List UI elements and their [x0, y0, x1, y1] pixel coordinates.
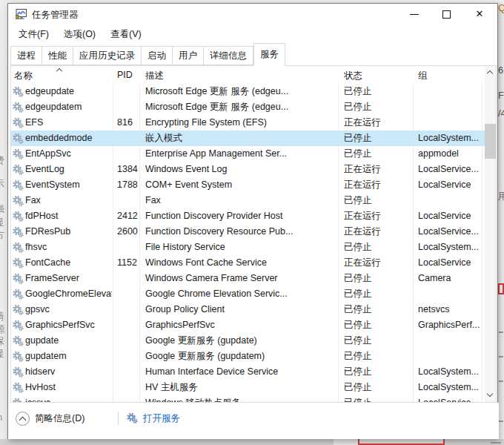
service-row-fdPHost[interactable]: fdPHost2412Function Discovery Provider H… — [11, 208, 485, 224]
background-glyph-fragment: 强 — [0, 204, 4, 214]
menu-item-0[interactable]: 文件(F) — [11, 26, 56, 42]
service-status: 已停止 — [344, 84, 411, 99]
service-row-FrameServer[interactable]: FrameServerWindows Camera Frame Server已停… — [11, 271, 485, 286]
details-toggle-button[interactable]: 简略信息(D) — [16, 410, 84, 426]
service-group: appmodel — [418, 146, 483, 162]
service-status: 正在运行 — [344, 255, 411, 271]
service-row-GraphicsPerfSvc[interactable]: GraphicsPerfSvcGraphicsPerfSvc已停止Graphic… — [11, 317, 485, 333]
close-icon: ✕ — [463, 4, 496, 24]
tab-4[interactable]: 用户 — [173, 46, 204, 65]
column-header-4[interactable]: 组 — [418, 70, 428, 82]
service-group: LocalService — [418, 177, 483, 193]
service-status: 正在运行 — [344, 208, 411, 224]
minimize-button[interactable] — [398, 4, 431, 24]
menu-item-2[interactable]: 查看(V) — [103, 26, 149, 42]
service-row-gupdatem[interactable]: gupdatemGoogle 更新服务 (gupdatem)已停止 — [11, 349, 485, 364]
service-name: gupdate — [25, 333, 112, 349]
service-row-EventSystem[interactable]: EventSystem1788COM+ Event System正在运行Loca… — [11, 177, 485, 193]
service-group: Camera — [418, 271, 483, 286]
tab-strip: 进程性能应用历史记录启动用户详细信息服务 — [10, 43, 497, 66]
scroll-up-button[interactable] — [485, 66, 496, 79]
service-description: Microsoft Edge 更新 服务 (edgeu... — [145, 99, 336, 115]
service-name: EFS — [25, 115, 112, 131]
background-glyph-fragment: 清 — [0, 312, 4, 321]
tab-6-active[interactable]: 服务 — [253, 43, 285, 66]
service-status: 已停止 — [344, 349, 411, 364]
open-services-label: 打开服务 — [143, 412, 180, 425]
window-controls: ✕ — [398, 4, 496, 24]
service-pid: 1788 — [117, 177, 144, 193]
column-header-1[interactable]: PID — [117, 70, 133, 80]
background-glyph-fragment: 保 — [0, 336, 4, 346]
service-row-edgeupdatem[interactable]: edgeupdatemMicrosoft Edge 更新 服务 (edgeu..… — [11, 99, 485, 115]
service-gear-icon — [13, 257, 24, 268]
background-smudge — [499, 421, 503, 422]
service-description: Group Policy Client — [145, 302, 336, 317]
service-description: Microsoft Edge 更新 服务 (edgeu... — [145, 84, 336, 99]
service-row-GoogleChromeElevation[interactable]: GoogleChromeElevation...Google Chrome El… — [11, 286, 485, 302]
service-gear-icon — [13, 366, 24, 378]
maximize-button[interactable] — [431, 4, 463, 24]
column-header-3[interactable]: 状态 — [344, 70, 362, 82]
service-group: LocalService... — [418, 162, 483, 177]
service-description: 嵌入模式 — [145, 131, 336, 146]
service-status: 已停止 — [344, 333, 411, 349]
service-name: fdPHost — [25, 208, 112, 224]
background-glyph-fragment: 源 — [0, 324, 4, 334]
menu-item-1[interactable]: 选项(O) — [56, 26, 103, 42]
service-row-gpsvc[interactable]: gpsvcGroup Policy Client已停止netsvcs — [11, 302, 485, 317]
service-status: 正在运行 — [344, 115, 411, 131]
service-row-hidserv[interactable]: hidservHuman Interface Device Service已停止… — [11, 364, 485, 380]
service-group: LocalService... — [418, 224, 483, 240]
background-glyph-fragment: 6 — [498, 65, 503, 75]
service-status: 已停止 — [344, 395, 411, 403]
service-row-fhsvc[interactable]: fhsvcFile History Service已停止LocalSystem.… — [11, 240, 485, 255]
service-row-gupdate[interactable]: gupdateGoogle 更新服务 (gupdate)已停止 — [11, 333, 485, 349]
vertical-scrollbar[interactable] — [485, 66, 496, 402]
service-name: edgeupdatem — [25, 99, 112, 115]
service-row-EFS[interactable]: EFS816Encrypting File System (EFS)正在运行 — [11, 115, 485, 131]
background-glyph-fragment: Q — [498, 3, 504, 13]
tab-2[interactable]: 应用历史记录 — [73, 46, 142, 65]
service-gear-icon — [13, 320, 24, 331]
tab-5[interactable]: 详细信息 — [204, 46, 253, 65]
service-row-edgeupdate[interactable]: edgeupdateMicrosoft Edge 更新 服务 (edgeu...… — [11, 84, 485, 99]
background-glyph-fragment: 显 — [0, 217, 4, 227]
service-name: edgeupdate — [25, 84, 112, 99]
close-button[interactable]: ✕ — [463, 4, 496, 24]
service-gear-icon — [13, 382, 24, 393]
service-row-EventLog[interactable]: EventLog1384Windows Event Log正在运行LocalSe… — [11, 162, 485, 177]
service-status: 已停止 — [344, 146, 411, 162]
chevron-up-icon — [487, 70, 493, 76]
open-services-link[interactable]: 打开服务 — [127, 410, 180, 426]
service-gear-icon — [13, 133, 24, 144]
service-name: embeddedmode — [25, 131, 112, 146]
service-row-EntAppSvc[interactable]: EntAppSvcEnterprise App Management Ser..… — [11, 146, 485, 162]
service-name: EventLog — [25, 162, 112, 177]
service-row-Fax[interactable]: FaxFax已停止 — [11, 193, 485, 208]
service-row-icssvc[interactable]: icssvcWindows 移动热点服务已停止LocalService — [11, 395, 485, 403]
background-glyph-fragment: F9 — [498, 90, 504, 100]
service-description: Human Interface Device Service — [145, 364, 336, 380]
background-glyph-fragment: 费 — [0, 156, 4, 165]
column-header-2[interactable]: 描述 — [145, 70, 164, 82]
title-bar: 任务管理器 ✕ — [8, 4, 497, 24]
service-status: 正在运行 — [344, 162, 411, 177]
service-row-embeddedmode[interactable]: embeddedmode嵌入模式已停止LocalSystem... — [11, 131, 485, 146]
service-status: 正在运行 — [344, 224, 411, 240]
column-header-0[interactable]: 名称 — [14, 70, 33, 82]
scroll-down-button[interactable] — [485, 389, 496, 402]
tab-1[interactable]: 性能 — [42, 46, 73, 65]
service-description: GraphicsPerfSvc — [145, 317, 336, 333]
service-group: LocalSystem... — [418, 240, 483, 255]
tab-3[interactable]: 启动 — [142, 46, 173, 65]
service-row-FDResPub[interactable]: FDResPub2600Function Discovery Resource … — [11, 224, 485, 240]
service-row-HvHost[interactable]: HvHostHV 主机服务已停止LocalSystem... — [11, 380, 485, 395]
service-row-FontCache[interactable]: FontCache1152Windows Font Cache Service正… — [11, 255, 485, 271]
service-description: Encrypting File System (EFS) — [145, 115, 336, 131]
scrollbar-thumb[interactable] — [485, 124, 496, 159]
tab-0[interactable]: 进程 — [10, 46, 42, 65]
service-name: EntAppSvc — [25, 146, 112, 162]
service-pid: 1152 — [117, 255, 144, 271]
background-red-outline-small — [498, 283, 504, 294]
